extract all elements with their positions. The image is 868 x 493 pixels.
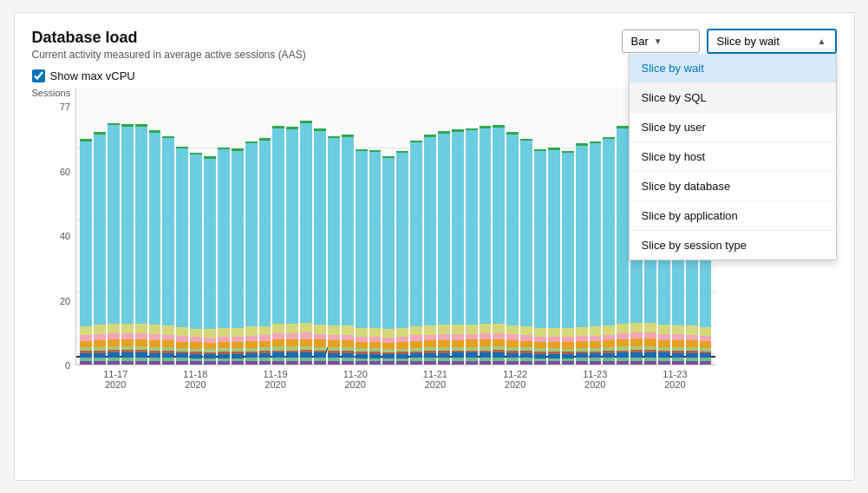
bar-segment: [259, 341, 271, 348]
bar-segment: [108, 333, 120, 339]
dropdown-item-sql[interactable]: Slice by SQL: [630, 83, 836, 113]
bar-segment: [356, 328, 368, 337]
bar-segment: [149, 133, 161, 325]
bar-group: [356, 88, 368, 365]
bar-segment: [162, 138, 174, 325]
bar-group: [534, 88, 546, 365]
bar-segment: [328, 361, 340, 365]
dropdown-item-wait[interactable]: Slice by wait: [630, 54, 836, 83]
bar-group: [149, 88, 161, 365]
bar-segment: [176, 342, 188, 349]
bar-segment: [108, 324, 120, 333]
bar-segment: [506, 361, 519, 365]
bar-stack: [466, 128, 478, 365]
bar-segment: [149, 340, 161, 347]
bar-segment: [452, 340, 464, 347]
bar-segment: [617, 361, 629, 365]
bar-segment: [80, 341, 92, 348]
slice-arrow: ▲: [818, 36, 826, 46]
chart-type-select[interactable]: Bar ▼: [622, 30, 700, 53]
bar-segment: [286, 339, 298, 346]
bar-segment: [121, 127, 134, 324]
bar-group: [176, 88, 188, 365]
bar-group: [162, 88, 174, 365]
bar-segment: [245, 341, 258, 348]
bar-segment: [135, 333, 147, 339]
bar-segment: [658, 334, 670, 340]
dropdown-item-session-type[interactable]: Slice by session type: [630, 231, 836, 260]
bar-group: [328, 88, 340, 365]
page-subtitle: Current activity measured in average act…: [32, 49, 306, 61]
bar-segment: [190, 329, 202, 338]
dropdown-item-host[interactable]: Slice by host: [630, 142, 836, 172]
bar-segment: [700, 341, 712, 348]
bar-segment: [438, 134, 450, 325]
bar-segment: [480, 361, 492, 365]
bar-segment: [218, 342, 230, 349]
bar-segment: [617, 324, 629, 333]
y-tick-20: 20: [60, 296, 70, 306]
bar-segment: [272, 324, 284, 333]
bar-segment: [658, 325, 670, 334]
bar-group: [520, 88, 532, 365]
bar-group: [369, 88, 382, 365]
bar-segment: [700, 361, 712, 365]
bar-segment: [232, 342, 244, 348]
bar-segment: [149, 325, 161, 334]
bar-segment: [506, 340, 519, 347]
bar-segment: [576, 327, 588, 336]
dropdown-item-database[interactable]: Slice by database: [630, 172, 836, 201]
bar-group: [576, 88, 588, 365]
bar-group: [382, 88, 395, 365]
bar-segment: [94, 334, 106, 340]
bar-segment: [232, 151, 244, 328]
bar-segment: [108, 339, 120, 346]
bar-segment: [534, 328, 546, 337]
bar-segment: [80, 326, 92, 335]
bar-segment: [603, 325, 615, 335]
bar-segment: [80, 361, 92, 365]
bar-segment: [466, 339, 478, 346]
show-max-vcpu-checkbox[interactable]: [32, 69, 45, 82]
y-ticks: 77 60 40 20 0: [60, 102, 70, 371]
bar-segment: [672, 340, 684, 347]
bar-segment: [286, 333, 298, 339]
bar-segment: [204, 361, 216, 365]
bar-segment: [286, 129, 298, 325]
dropdown-item-application[interactable]: Slice by application: [630, 201, 836, 231]
bar-group: [300, 88, 312, 365]
bar-stack: [534, 149, 546, 365]
bar-stack: [286, 127, 298, 365]
bar-segment: [603, 340, 615, 347]
bar-segment: [424, 325, 436, 335]
bar-group: [314, 88, 326, 365]
bar-segment: [438, 334, 450, 340]
bar-segment: [590, 361, 602, 365]
bar-group: [259, 88, 271, 365]
bar-segment: [438, 325, 450, 334]
bar-segment: [520, 326, 532, 335]
bar-stack: [506, 132, 519, 365]
bar-segment: [342, 137, 354, 325]
bar-segment: [686, 340, 698, 347]
bar-segment: [466, 334, 478, 340]
bar-segment: [108, 361, 120, 365]
bar-segment: [520, 341, 532, 348]
bar-segment: [314, 325, 326, 334]
bar-segment: [162, 335, 174, 341]
bar-segment: [520, 361, 532, 365]
bar-segment: [410, 341, 422, 348]
dropdown-item-user[interactable]: Slice by user: [630, 113, 836, 142]
bar-group: [204, 88, 216, 365]
bar-segment: [80, 141, 92, 326]
bar-segment: [94, 325, 106, 334]
x-axis: 11-17202011-18202011-19202011-20202011-2…: [75, 365, 715, 390]
bar-stack: [438, 131, 450, 365]
bar-stack: [342, 135, 354, 365]
bar-segment: [700, 327, 712, 336]
bar-stack: [149, 130, 161, 365]
slice-select[interactable]: Slice by wait ▲: [707, 29, 837, 54]
bar-segment: [672, 325, 684, 335]
bar-segment: [121, 324, 134, 333]
bar-group: [506, 88, 519, 365]
